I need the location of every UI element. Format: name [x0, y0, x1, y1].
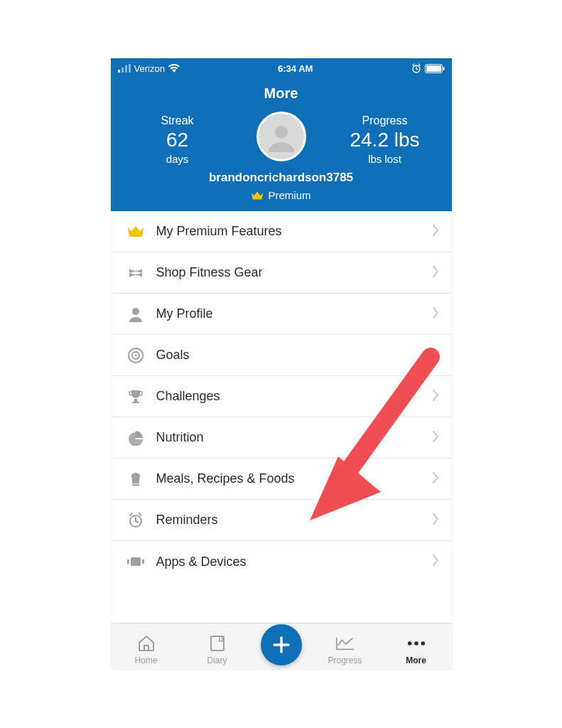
more-icon: [406, 633, 426, 654]
menu-label: My Profile: [156, 306, 432, 321]
crown-icon: [125, 221, 146, 242]
avatar[interactable]: [256, 112, 306, 161]
svg-rect-16: [131, 557, 141, 566]
tab-label: Home: [134, 655, 157, 665]
menu-shop-fitness[interactable]: Shop Fitness Gear: [111, 252, 452, 294]
menu-meals-recipes-foods[interactable]: Meals, Recipes & Foods: [111, 459, 452, 500]
progress-label: Progress: [342, 114, 428, 127]
add-button[interactable]: [261, 624, 302, 665]
menu-label: Meals, Recipes & Foods: [156, 471, 432, 486]
pie-chart-icon: [125, 427, 146, 449]
progress-stat: Progress 24.2 lbs lbs lost: [342, 114, 428, 165]
streak-label: Streak: [135, 114, 220, 127]
trophy-icon: [125, 386, 146, 407]
signal-icon: [118, 64, 131, 73]
chevron-right-icon: [432, 266, 439, 280]
progress-value: 24.2 lbs: [342, 129, 428, 151]
svg-rect-0: [118, 70, 120, 73]
menu-nutrition[interactable]: Nutrition: [111, 417, 452, 459]
alarm-icon: [125, 510, 146, 531]
menu-label: Reminders: [156, 513, 432, 528]
username[interactable]: brandoncrichardson3785: [111, 171, 452, 185]
person-icon: [125, 304, 146, 325]
svg-point-25: [421, 641, 425, 646]
menu-list: My Premium Features Shop Fitness Gear My…: [111, 211, 452, 582]
crown-icon: [251, 191, 264, 200]
menu-label: Goals: [156, 348, 432, 363]
progress-chart-icon: [335, 633, 355, 654]
tab-home[interactable]: Home: [111, 633, 182, 670]
svg-rect-7: [443, 67, 444, 70]
svg-point-23: [407, 641, 411, 646]
menu-label: Apps & Devices: [156, 555, 432, 569]
carrier-label: Verizon: [134, 63, 165, 74]
plus-icon: [271, 634, 292, 655]
home-icon: [136, 633, 156, 654]
streak-value: 62: [135, 129, 220, 151]
menu-premium-features[interactable]: My Premium Features: [111, 211, 452, 252]
menu-label: Nutrition: [156, 430, 432, 445]
svg-rect-3: [129, 64, 131, 73]
menu-reminders[interactable]: Reminders: [111, 500, 452, 541]
tab-label: More: [406, 655, 426, 665]
status-bar: Verizon 6:34 AM: [111, 58, 452, 78]
menu-label: My Premium Features: [156, 224, 432, 239]
alarm-status-icon: [411, 63, 421, 73]
chef-hat-icon: [125, 469, 146, 490]
tab-label: Progress: [328, 655, 362, 665]
tab-add[interactable]: [253, 624, 310, 670]
svg-point-24: [414, 641, 418, 646]
device-icon: [125, 551, 146, 572]
svg-rect-1: [121, 68, 124, 73]
menu-goals[interactable]: Goals: [111, 335, 452, 376]
header: Verizon 6:34 AM More Streak 62 days: [111, 58, 452, 211]
status-time: 6:34 AM: [278, 63, 313, 74]
avatar-wrap[interactable]: [256, 112, 306, 161]
wifi-icon: [168, 64, 180, 73]
target-icon: [125, 345, 146, 366]
premium-label: Premium: [268, 189, 310, 201]
chevron-right-icon: [432, 307, 439, 321]
tab-bar: Home Diary Progress More: [111, 623, 452, 670]
svg-point-9: [132, 308, 139, 315]
svg-point-8: [275, 126, 288, 139]
tab-diary[interactable]: Diary: [182, 633, 253, 670]
chevron-right-icon: [432, 555, 439, 569]
svg-rect-6: [426, 65, 441, 72]
streak-stat: Streak 62 days: [135, 114, 220, 165]
streak-unit: days: [135, 153, 220, 165]
chevron-right-icon: [432, 472, 439, 486]
tab-progress[interactable]: Progress: [310, 633, 381, 670]
svg-rect-2: [125, 65, 127, 73]
menu-label: Shop Fitness Gear: [156, 265, 432, 280]
chevron-right-icon: [432, 513, 439, 528]
progress-unit: lbs lost: [342, 153, 428, 165]
chevron-right-icon: [432, 225, 439, 239]
battery-icon: [425, 64, 445, 73]
chevron-right-icon: [432, 348, 439, 363]
chevron-right-icon: [432, 431, 439, 445]
tab-label: Diary: [207, 655, 227, 665]
page-title: More: [111, 78, 452, 114]
phone-screen: Verizon 6:34 AM More Streak 62 days: [111, 58, 452, 670]
svg-rect-15: [127, 560, 129, 564]
svg-rect-17: [142, 560, 144, 564]
svg-point-12: [134, 354, 136, 356]
profile-stats: Streak 62 days Progress 24.2 lbs lbs los…: [111, 114, 452, 165]
svg-rect-20: [144, 646, 148, 651]
menu-challenges[interactable]: Challenges: [111, 376, 452, 417]
ua-icon: [125, 262, 146, 284]
svg-rect-22: [220, 636, 222, 641]
chevron-right-icon: [432, 390, 439, 404]
menu-my-profile[interactable]: My Profile: [111, 294, 452, 335]
tab-more[interactable]: More: [381, 633, 452, 670]
premium-badge[interactable]: Premium: [111, 189, 452, 201]
diary-icon: [207, 633, 227, 654]
svg-rect-13: [132, 484, 139, 486]
menu-apps-devices[interactable]: Apps & Devices: [111, 541, 452, 582]
menu-label: Challenges: [156, 389, 432, 404]
